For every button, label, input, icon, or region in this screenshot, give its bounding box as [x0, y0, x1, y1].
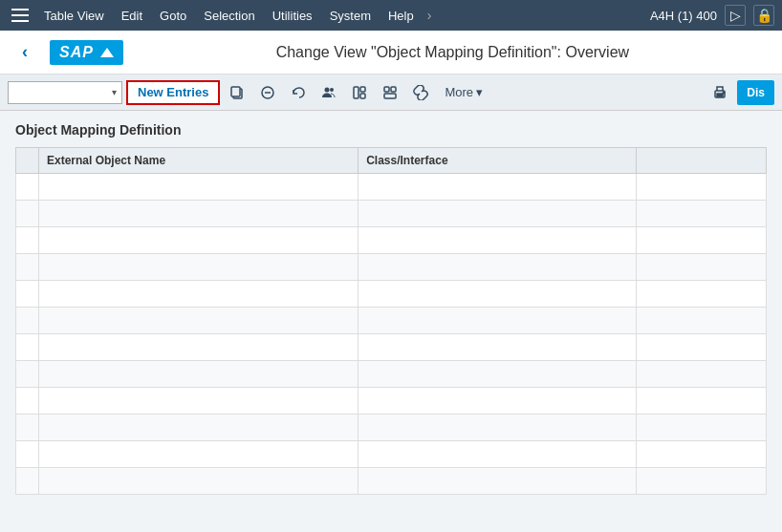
row-selector-cell[interactable] [16, 174, 39, 201]
menu-overflow-arrow[interactable]: › [424, 8, 436, 23]
table-row[interactable] [16, 174, 767, 201]
class-interface-cell[interactable] [358, 334, 636, 361]
svg-rect-1 [231, 87, 240, 96]
class-interface-cell[interactable] [358, 361, 636, 388]
class-interface-cell[interactable] [358, 308, 636, 334]
class-interface-cell[interactable] [358, 441, 636, 468]
table-row[interactable] [16, 361, 767, 388]
extra-cell [636, 415, 766, 441]
extra-cell [636, 254, 766, 281]
extra-cell [636, 334, 766, 361]
row-selector-cell[interactable] [16, 308, 39, 334]
svg-rect-11 [384, 94, 396, 98]
table-row[interactable] [16, 388, 767, 415]
menu-utilities[interactable]: Utilities [265, 5, 320, 27]
menu-selection[interactable]: Selection [196, 5, 262, 27]
svg-rect-6 [354, 87, 358, 98]
col-header-selector [16, 148, 39, 174]
more-button[interactable]: More ▾ [438, 80, 489, 105]
screen-icon[interactable]: ▷ [725, 5, 746, 26]
split2-button[interactable] [377, 80, 403, 105]
menu-table-view[interactable]: Table View [36, 5, 112, 27]
menu-help[interactable]: Help [380, 5, 422, 27]
more-label: More [445, 85, 473, 99]
row-selector-cell[interactable] [16, 468, 39, 495]
data-table: External Object Name Class/Interface [15, 147, 767, 495]
delete-button[interactable] [254, 80, 281, 105]
external-object-name-cell[interactable] [39, 201, 358, 227]
class-interface-cell[interactable] [358, 388, 636, 415]
lock-icon[interactable]: 🔒 [753, 5, 774, 26]
external-object-name-cell[interactable] [39, 227, 358, 254]
view-select[interactable] [8, 81, 122, 104]
table-row[interactable] [16, 281, 767, 308]
external-object-name-cell[interactable] [39, 388, 358, 415]
svg-rect-8 [360, 94, 365, 98]
row-selector-cell[interactable] [16, 227, 39, 254]
external-object-name-cell[interactable] [39, 468, 358, 495]
page-title: Change View "Object Mapping Definition":… [135, 44, 771, 61]
table-row[interactable] [16, 201, 767, 227]
table-row[interactable] [16, 334, 767, 361]
class-interface-cell[interactable] [358, 201, 636, 227]
row-selector-cell[interactable] [16, 334, 39, 361]
split1-button[interactable] [346, 80, 373, 105]
menu-goto[interactable]: Goto [152, 5, 194, 27]
extra-cell [636, 441, 766, 468]
hamburger-menu[interactable] [8, 2, 34, 29]
menu-system[interactable]: System [322, 5, 379, 27]
external-object-name-cell[interactable] [39, 361, 358, 388]
table-row[interactable] [16, 308, 767, 334]
users-button[interactable] [315, 80, 342, 105]
external-object-name-cell[interactable] [39, 254, 358, 281]
new-entries-button[interactable]: New Entries [126, 80, 220, 105]
menu-edit[interactable]: Edit [114, 5, 150, 27]
undo-button[interactable] [285, 80, 312, 105]
toolbar: ▾ New Entries [0, 74, 782, 111]
external-object-name-cell[interactable] [39, 174, 358, 201]
session-info: A4H (1) 400 [650, 9, 717, 23]
class-interface-cell[interactable] [358, 281, 636, 308]
link-button[interactable] [407, 80, 434, 105]
external-object-name-cell[interactable] [39, 334, 358, 361]
table-row[interactable] [16, 415, 767, 441]
extra-cell [636, 174, 766, 201]
table-row[interactable] [16, 227, 767, 254]
extra-cell [636, 201, 766, 227]
table-row[interactable] [16, 254, 767, 281]
external-object-name-cell[interactable] [39, 441, 358, 468]
menu-bar: Table View Edit Goto Selection Utilities… [0, 0, 782, 31]
extra-cell [636, 308, 766, 334]
class-interface-cell[interactable] [358, 254, 636, 281]
class-interface-cell[interactable] [358, 227, 636, 254]
row-selector-cell[interactable] [16, 281, 39, 308]
col-header-extra [636, 148, 766, 174]
svg-point-5 [330, 88, 334, 92]
row-selector-cell[interactable] [16, 415, 39, 441]
table-row[interactable] [16, 441, 767, 468]
svg-point-14 [724, 92, 726, 94]
class-interface-cell[interactable] [358, 468, 636, 495]
extra-cell [636, 361, 766, 388]
external-object-name-cell[interactable] [39, 415, 358, 441]
class-interface-cell[interactable] [358, 415, 636, 441]
table-row[interactable] [16, 468, 767, 495]
row-selector-cell[interactable] [16, 388, 39, 415]
external-object-name-cell[interactable] [39, 281, 358, 308]
more-chevron-icon: ▾ [476, 85, 483, 99]
extra-cell [636, 388, 766, 415]
row-selector-cell[interactable] [16, 441, 39, 468]
select-wrapper[interactable]: ▾ [8, 81, 122, 104]
dis-button[interactable]: Dis [737, 80, 774, 105]
external-object-name-cell[interactable] [39, 308, 358, 334]
row-selector-cell[interactable] [16, 361, 39, 388]
extra-cell [636, 468, 766, 495]
table-header-row: External Object Name Class/Interface [16, 148, 767, 174]
row-selector-cell[interactable] [16, 254, 39, 281]
class-interface-cell[interactable] [358, 174, 636, 201]
row-selector-cell[interactable] [16, 201, 39, 227]
print-button[interactable] [706, 80, 733, 105]
back-button[interactable]: ‹ [11, 39, 38, 66]
copy-button[interactable] [224, 80, 250, 105]
sap-logo: SAP [50, 40, 123, 65]
